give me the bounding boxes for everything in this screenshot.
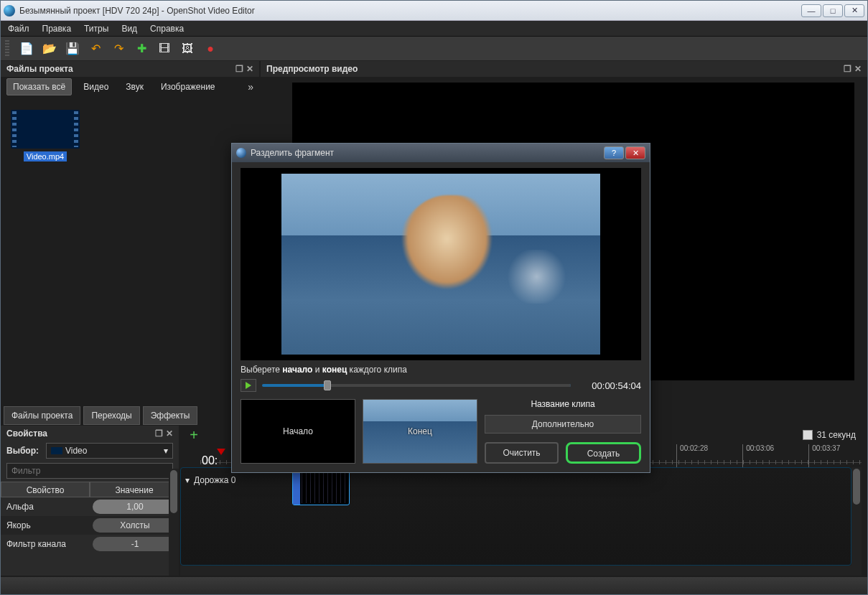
- maximize-button[interactable]: □: [823, 4, 843, 17]
- select-label: Выбор:: [6, 446, 39, 456]
- menu-titles[interactable]: Титры: [84, 24, 108, 34]
- play-button[interactable]: [241, 379, 256, 392]
- window-title: Безымянный проект [HDV 720 24p] - OpenSh…: [19, 6, 801, 16]
- menu-icon[interactable]: ▾: [185, 475, 190, 485]
- properties-panel: Свойства ❐✕ Выбор: Video ▾ Свойство Знач…: [1, 426, 179, 576]
- toolbar: 📄 📂 💾 ↶ ↷ ✚ 🎞 🖼 ●: [1, 37, 867, 61]
- timeline-clip[interactable]: [292, 471, 350, 505]
- app-icon: [4, 5, 15, 17]
- timeline-duration: 31 секунд: [817, 430, 856, 440]
- open-project-icon[interactable]: 📂: [42, 42, 57, 56]
- minimize-button[interactable]: —: [801, 4, 821, 17]
- tab-project-files[interactable]: Файлы проекта: [4, 406, 80, 425]
- filter-audio[interactable]: Звук: [120, 79, 149, 95]
- menubar: Файл Правка Титры Вид Справка: [1, 21, 867, 37]
- titlebar[interactable]: Безымянный проект [HDV 720 24p] - OpenSh…: [1, 1, 867, 21]
- save-project-icon[interactable]: 💾: [65, 42, 80, 56]
- clip-select[interactable]: Video ▾: [46, 443, 173, 459]
- filmstrip-icon[interactable]: 🎞: [157, 42, 172, 56]
- play-icon: [246, 382, 251, 389]
- slider-handle[interactable]: [324, 380, 331, 390]
- advanced-button[interactable]: Дополнительно: [485, 415, 641, 434]
- close-panel-icon[interactable]: ✕: [246, 64, 253, 74]
- create-button[interactable]: Создать: [566, 442, 641, 464]
- undock-icon[interactable]: ❐: [844, 64, 851, 74]
- col-value: Значение: [90, 482, 179, 497]
- file-name: Video.mp4: [24, 151, 67, 161]
- chevron-right-icon[interactable]: »: [248, 81, 253, 93]
- chevron-down-icon: ▾: [164, 446, 168, 456]
- position-slider[interactable]: [262, 384, 571, 387]
- tab-effects[interactable]: Эффекты: [143, 406, 198, 425]
- undock-icon[interactable]: ❐: [235, 64, 243, 74]
- preview-title: Предпросмотр видео: [266, 64, 358, 74]
- close-panel-icon[interactable]: ✕: [166, 428, 173, 439]
- dialog-title: Разделить фрагмент: [251, 148, 334, 158]
- left-panel-tabs: Файлы проекта Переходы Эффекты: [1, 406, 259, 426]
- project-file-item[interactable]: Video.mp4: [11, 110, 80, 161]
- dialog-help-button[interactable]: ?: [604, 146, 624, 159]
- dialog-close-button[interactable]: ✕: [625, 146, 645, 159]
- menu-edit[interactable]: Правка: [42, 24, 72, 34]
- app-icon: [236, 148, 246, 158]
- timeline-hscroll[interactable]: [180, 566, 862, 576]
- menu-help[interactable]: Справка: [150, 24, 184, 34]
- track-label: Дорожка 0: [194, 475, 235, 485]
- timeline-vscroll[interactable]: [851, 467, 862, 566]
- menu-file[interactable]: Файл: [8, 24, 29, 34]
- prop-row-anchor[interactable]: ЯкорьХолсты: [1, 516, 179, 535]
- file-thumbnail-icon: [11, 110, 80, 149]
- clip-icon: [51, 447, 62, 454]
- tab-transitions[interactable]: Переходы: [83, 406, 139, 425]
- new-project-icon[interactable]: 📄: [19, 42, 34, 56]
- add-track-button[interactable]: +: [186, 427, 202, 443]
- menu-view[interactable]: Вид: [121, 24, 137, 34]
- properties-title: Свойства: [6, 428, 47, 439]
- property-filter-input[interactable]: [6, 463, 173, 479]
- statusbar: [1, 577, 867, 594]
- screenshot-icon[interactable]: 🖼: [180, 42, 195, 56]
- toolbar-grip[interactable]: [5, 40, 9, 57]
- dialog-titlebar[interactable]: Разделить фрагмент ? ✕: [232, 144, 650, 162]
- export-icon[interactable]: ●: [203, 42, 218, 56]
- playhead-time: 00:: [202, 454, 218, 467]
- filter-image[interactable]: Изображение: [155, 79, 221, 95]
- split-clip-dialog: Разделить фрагмент ? ✕ Выберете начало и…: [231, 143, 650, 473]
- track-area[interactable]: ▾Дорожка 0 Video.mp4: [180, 467, 851, 566]
- redo-icon[interactable]: ↷: [111, 42, 126, 56]
- import-icon[interactable]: ✚: [134, 42, 149, 56]
- snap-checkbox[interactable]: [803, 430, 813, 440]
- close-panel-icon[interactable]: ✕: [854, 64, 862, 74]
- project-files-title: Файлы проекта: [6, 64, 73, 74]
- prop-row-channel-filter[interactable]: Фильтр канала-1: [1, 535, 179, 553]
- undock-icon[interactable]: ❐: [155, 428, 163, 439]
- col-property: Свойство: [1, 482, 90, 497]
- filter-video[interactable]: Видео: [78, 79, 114, 95]
- close-button[interactable]: ✕: [844, 4, 864, 17]
- end-thumbnail[interactable]: Конец: [363, 399, 477, 464]
- prop-row-alpha[interactable]: Альфа1,00: [1, 497, 179, 516]
- clear-button[interactable]: Очистить: [485, 442, 559, 464]
- start-thumbnail[interactable]: Начало: [241, 399, 355, 464]
- project-files-panel: Файлы проекта ❐✕ Показать всё Видео Звук…: [1, 61, 259, 406]
- dialog-instruction: Выберете начало и конец каждого клипа: [241, 365, 641, 375]
- dialog-preview[interactable]: [241, 168, 641, 360]
- properties-scrollbar[interactable]: [169, 469, 179, 576]
- undo-icon[interactable]: ↶: [88, 42, 103, 56]
- filter-all[interactable]: Показать всё: [6, 78, 72, 95]
- timecode: 00:00:54:04: [577, 380, 641, 391]
- clip-name-label: Название клипа: [485, 399, 641, 409]
